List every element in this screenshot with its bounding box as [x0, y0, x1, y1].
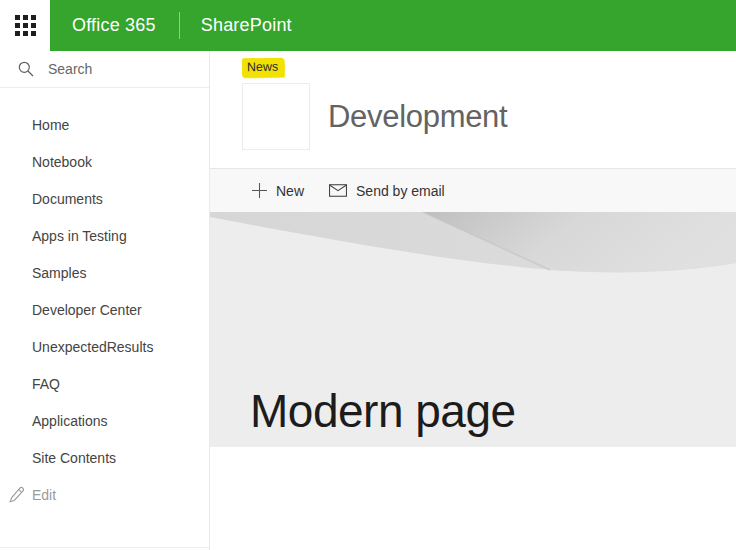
hero-banner: Modern page: [210, 212, 736, 447]
command-bar: New Send by email: [210, 168, 736, 212]
plus-icon: [252, 183, 267, 198]
site-logo[interactable]: [242, 83, 310, 150]
sidebar-item-site-contents[interactable]: Site Contents: [0, 439, 209, 476]
office365-home-link[interactable]: Office 365: [72, 15, 156, 36]
search-placeholder: Search: [48, 61, 92, 77]
sidebar-item-documents[interactable]: Documents: [0, 180, 209, 217]
send-by-email-button[interactable]: Send by email: [329, 183, 445, 199]
mail-icon: [329, 184, 347, 197]
sidebar-item-apps-in-testing[interactable]: Apps in Testing: [0, 217, 209, 254]
news-highlight-annotation: News: [242, 58, 285, 78]
main-content: News Development New Send by email: [210, 51, 736, 550]
edit-label: Edit: [32, 487, 56, 503]
search-box[interactable]: Search: [0, 51, 209, 88]
suite-bar-divider: [179, 12, 180, 39]
suite-bar: Office 365 SharePoint: [0, 0, 736, 51]
suite-bar-green: Office 365 SharePoint: [50, 0, 736, 51]
sidebar-item-samples[interactable]: Samples: [0, 254, 209, 291]
sidebar-item-home[interactable]: Home: [0, 106, 209, 143]
search-icon: [18, 61, 34, 77]
sidebar: Search Home Notebook Documents Apps in T…: [0, 51, 210, 550]
sidebar-item-applications[interactable]: Applications: [0, 402, 209, 439]
new-button[interactable]: New: [252, 183, 304, 199]
sidebar-nav: Home Notebook Documents Apps in Testing …: [0, 106, 209, 476]
waffle-icon: [15, 15, 36, 36]
sidebar-item-developer-center[interactable]: Developer Center: [0, 291, 209, 328]
site-header: Development: [242, 83, 507, 150]
sharepoint-link[interactable]: SharePoint: [201, 15, 292, 36]
sidebar-item-faq[interactable]: FAQ: [0, 365, 209, 402]
send-by-email-label: Send by email: [356, 183, 445, 199]
site-title: Development: [328, 99, 507, 135]
sidebar-item-notebook[interactable]: Notebook: [0, 143, 209, 180]
pencil-icon: [8, 486, 25, 503]
edit-links-button[interactable]: Edit: [0, 476, 209, 513]
page-title: Modern page: [250, 384, 516, 438]
sidebar-item-unexpectedresults[interactable]: UnexpectedResults: [0, 328, 209, 365]
app-launcher-button[interactable]: [0, 0, 50, 51]
new-button-label: New: [276, 183, 304, 199]
